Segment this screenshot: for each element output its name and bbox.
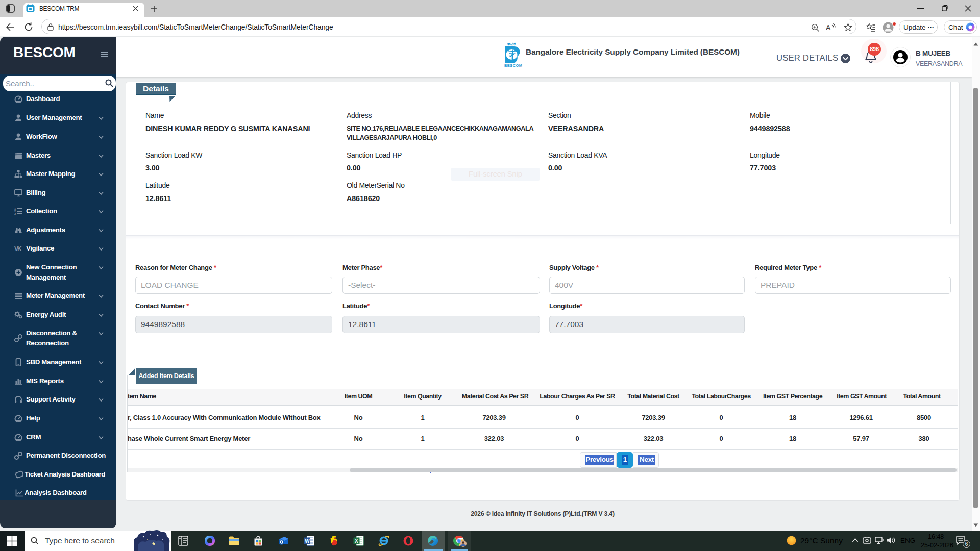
svg-text:X: X <box>355 538 358 544</box>
svg-text:VK: VK <box>14 245 22 253</box>
svg-text:BESCOM: BESCOM <box>504 63 522 67</box>
svg-text:A: A <box>826 23 831 32</box>
svg-text:ತಾವಿಕం: ತಾವಿಕం <box>507 42 516 46</box>
svg-text:W: W <box>305 538 310 544</box>
svg-text:3: 3 <box>14 212 16 215</box>
